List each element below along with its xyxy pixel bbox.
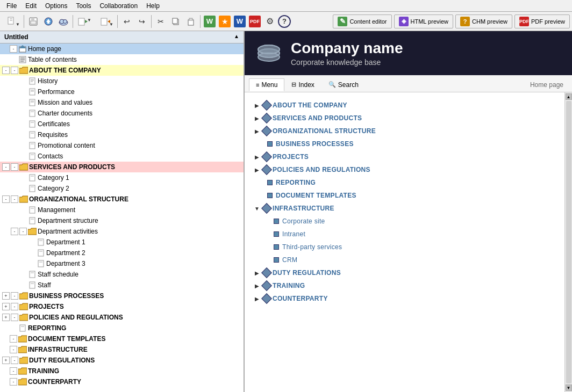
tab-menu[interactable]: ≡ Menu <box>249 78 284 91</box>
rt-item-counterparty-r[interactable]: ▶ COUNTERPARTY <box>251 292 558 305</box>
tree-item-duty[interactable]: + - DUTY REGULATIONS <box>0 355 244 366</box>
expand-home[interactable]: - <box>10 45 17 53</box>
tree-item-doctemplates[interactable]: - DOCUMENT TEMPLATES <box>0 333 244 344</box>
expand-org1[interactable]: - <box>2 195 10 203</box>
tree-item-staffsched[interactable]: Staff schedule <box>0 269 244 280</box>
expand-pol1[interactable]: + <box>2 314 10 321</box>
tree-item-projects[interactable]: + - PROJECTS <box>0 301 244 312</box>
menu-options[interactable]: Options <box>41 1 72 11</box>
rt-item-infra-r[interactable]: ▼ INFRASTRUCTURE <box>251 202 558 215</box>
pdf-preview-button[interactable]: PDF PDF preview <box>514 14 570 28</box>
expand-biz2[interactable]: - <box>11 292 18 300</box>
tree-item-mgmt[interactable]: Management <box>0 205 244 215</box>
redo-button[interactable]: ↪ <box>135 14 149 28</box>
w-icon-button[interactable]: W <box>203 14 217 28</box>
tree-item-requisites[interactable]: Requisites <box>0 129 244 140</box>
expand-org2[interactable]: - <box>11 195 18 203</box>
tree-item-orgstruct[interactable]: - - ORGANIZATIONAL STRUCTURE <box>0 194 244 205</box>
tab-search[interactable]: 🔍 Search <box>321 78 366 91</box>
cloud-button[interactable] <box>56 14 70 28</box>
export-button[interactable]: ▼ <box>96 14 115 28</box>
expand-pol2[interactable]: - <box>11 314 18 321</box>
expand-proj1[interactable]: + <box>2 303 10 310</box>
tree-item-promo[interactable]: Promotional content <box>0 140 244 151</box>
scroll-down-btn[interactable]: ▼ <box>566 384 572 391</box>
tree-item-infra[interactable]: - INFRASTRUCTURE <box>0 344 244 355</box>
tree-item-charter[interactable]: Charter documents <box>0 108 244 119</box>
help-button[interactable]: ? <box>278 15 291 28</box>
expand-doc1[interactable]: - <box>10 335 17 343</box>
tree-item-counterparty[interactable]: - COUNTERPARTY <box>0 376 244 387</box>
tree-item-cat2[interactable]: Category 2 <box>0 183 244 194</box>
menu-collaboration[interactable]: Collaboration <box>95 1 142 11</box>
expand-about[interactable]: - <box>2 67 10 74</box>
tree-item-policies[interactable]: + - POLICIES AND REGULATIONS <box>0 312 244 323</box>
rt-item-thirdparty[interactable]: Third-party services <box>251 241 558 253</box>
tree-item-certs[interactable]: Certificates <box>0 119 244 129</box>
tree-item-training[interactable]: - TRAINING <box>0 366 244 376</box>
tree-item-reporting[interactable]: REPORTING <box>0 323 244 333</box>
expand-duty2[interactable]: - <box>11 357 18 364</box>
tree-item-about[interactable]: - - ABOUT THE COMPANY <box>0 65 244 76</box>
tree-item-dept1[interactable]: Department 1 <box>0 237 244 248</box>
expand-biz1[interactable]: + <box>2 292 10 300</box>
expand-deptact2[interactable]: - <box>19 228 27 235</box>
rt-item-crm[interactable]: CRM <box>251 253 558 266</box>
copy-button[interactable] <box>169 14 183 28</box>
new-button[interactable]: ▼ <box>2 14 22 28</box>
tree-item-history[interactable]: - History <box>0 76 244 86</box>
html-preview-button[interactable]: ◈ HTML preview <box>394 14 454 28</box>
expand-train1[interactable]: - <box>10 367 17 375</box>
tree-item-dept-struct[interactable]: Department structure <box>0 215 244 226</box>
menu-help[interactable]: Help <box>142 1 164 11</box>
tree-item-dept3[interactable]: Department 3 <box>0 258 244 269</box>
rt-item-services-r[interactable]: ▶ SERVICES AND PRODUCTS <box>251 112 558 125</box>
tree-item-cat1[interactable]: Category 1 <box>0 172 244 183</box>
tree-item-bizproc[interactable]: + - BUSINESS PROCESSES <box>0 291 244 301</box>
tree-item-services[interactable]: - - SERVICES AND PRODUCTS <box>0 162 244 172</box>
rt-item-bizproc-r[interactable]: BUSINESS PROCESSES <box>251 137 558 150</box>
panel-scroll-up[interactable]: ▲ <box>234 33 239 39</box>
paste-button[interactable] <box>184 14 198 28</box>
import-button[interactable]: ▼ <box>75 14 95 28</box>
tree-item-home[interactable]: - Home page <box>0 43 244 54</box>
expand-infra1[interactable]: - <box>10 346 17 353</box>
rt-item-about[interactable]: ▶ ABOUT THE COMPANY <box>251 99 558 112</box>
rt-item-projects-r[interactable]: ▶ PROJECTS <box>251 150 558 163</box>
rt-item-training-r[interactable]: ▶ TRAINING <box>251 279 558 292</box>
rt-item-duty-r[interactable]: ▶ DUTY REGULATIONS <box>251 266 558 279</box>
rt-item-intranet[interactable]: Intranet <box>251 228 558 241</box>
content-area[interactable]: ▶ ABOUT THE COMPANY ▶ SERVICES AND PRO <box>245 92 572 392</box>
rt-item-doctemplates-r[interactable]: DOCUMENT TEMPLATES <box>251 189 558 202</box>
upload-button[interactable] <box>41 14 55 28</box>
word-button[interactable]: W <box>233 14 247 28</box>
scroll-up-btn[interactable]: ▲ <box>566 93 572 100</box>
menu-file[interactable]: File <box>2 1 21 11</box>
tree-item-dept-act[interactable]: - - Department activities <box>0 226 244 237</box>
settings-button[interactable]: ⚙ <box>263 14 277 28</box>
rt-item-orgstruct-r[interactable]: ▶ ORGANIZATIONAL STRUCTURE <box>251 125 558 137</box>
tree-item-staff[interactable]: Staff <box>0 280 244 291</box>
scroll-thumb[interactable] <box>566 101 571 383</box>
tree-item-toc[interactable]: Table of contents <box>0 54 244 65</box>
expand-about2[interactable]: - <box>11 67 18 74</box>
star-button[interactable]: ★ <box>218 14 232 28</box>
save-button[interactable] <box>26 14 40 28</box>
rt-item-corpsite[interactable]: Corporate site <box>251 215 558 228</box>
undo-button[interactable]: ↩ <box>120 14 134 28</box>
expand-services1[interactable]: - <box>2 163 10 171</box>
expand-duty1[interactable]: + <box>2 357 10 364</box>
tree-container[interactable]: - Home page Table of contents - - <box>0 43 244 392</box>
pdf-button[interactable]: PDF <box>248 14 262 28</box>
chm-preview-button[interactable]: ? CHM preview <box>455 14 512 28</box>
content-editor-button[interactable]: ✎ Content editor <box>333 14 391 28</box>
expand-counter1[interactable]: - <box>10 378 17 386</box>
tree-item-performance[interactable]: - Performance <box>0 86 244 97</box>
rt-item-reporting-r[interactable]: REPORTING <box>251 176 558 189</box>
expand-services2[interactable]: - <box>11 163 18 171</box>
tree-item-dept2[interactable]: Department 2 <box>0 248 244 258</box>
menu-edit[interactable]: Edit <box>21 1 41 11</box>
cut-button[interactable]: ✂ <box>154 14 168 28</box>
tab-index[interactable]: ⊟ Index <box>284 78 321 91</box>
right-scrollbar[interactable]: ▲ ▼ <box>564 92 572 392</box>
